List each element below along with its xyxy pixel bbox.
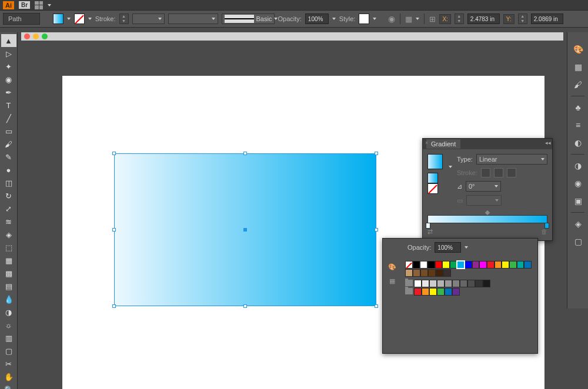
style-swatch[interactable] <box>359 14 369 24</box>
stroke-gradient-along-icon[interactable] <box>494 168 503 177</box>
fill-swatch[interactable] <box>53 14 64 24</box>
close-icon[interactable]: × <box>425 140 428 146</box>
color-swatch[interactable] <box>445 280 452 287</box>
stroke-icon[interactable]: ≡ <box>567 116 588 134</box>
color-swatch[interactable] <box>413 269 420 277</box>
angle-dropdown[interactable]: 0° <box>466 181 501 192</box>
graph-tool[interactable]: ▥ <box>1 331 16 344</box>
hand-tool[interactable]: ✋ <box>1 370 16 383</box>
stroke-gradient-across-icon[interactable] <box>507 168 516 177</box>
color-swatch[interactable] <box>437 280 445 287</box>
free-transform-tool[interactable]: ◈ <box>1 228 16 241</box>
none-swatch[interactable] <box>405 261 413 269</box>
opacity-input[interactable] <box>305 14 329 24</box>
color-swatch[interactable] <box>517 261 524 269</box>
layers-icon[interactable]: ◈ <box>567 215 588 233</box>
color-swatch[interactable] <box>414 288 422 296</box>
folder-icon[interactable] <box>405 288 413 294</box>
stroke-weight-dropdown[interactable] <box>132 14 165 24</box>
gradient-tool[interactable]: ▤ <box>1 280 16 293</box>
minimize-window-icon[interactable] <box>33 33 39 39</box>
stroke-profile-dropdown[interactable] <box>168 14 218 24</box>
resize-handle[interactable] <box>375 152 378 155</box>
color-swatch[interactable] <box>479 261 487 269</box>
stroke-swatch[interactable] <box>74 14 85 24</box>
gradient-fill-toggle[interactable] <box>427 173 438 183</box>
color-swatch[interactable] <box>450 261 457 269</box>
color-swatch[interactable] <box>436 269 443 277</box>
gradient-preview[interactable] <box>427 154 443 169</box>
color-swatch[interactable] <box>460 280 467 287</box>
lasso-tool[interactable]: ◉ <box>1 73 16 86</box>
chevron-down-icon[interactable] <box>67 18 71 20</box>
color-swatch[interactable] <box>442 261 450 269</box>
zoom-window-icon[interactable] <box>42 33 48 39</box>
graphic-styles-icon[interactable]: ▣ <box>567 192 588 210</box>
color-swatch[interactable] <box>465 261 472 269</box>
color-swatch[interactable] <box>420 261 427 269</box>
color-swatch[interactable] <box>429 288 437 296</box>
color-swatch[interactable] <box>457 261 465 269</box>
rectangle-tool[interactable]: ▭ <box>1 125 16 138</box>
appearance-icon[interactable]: ◉ <box>567 175 588 192</box>
resize-handle[interactable] <box>112 152 116 155</box>
color-swatch[interactable] <box>428 269 436 277</box>
chevron-down-icon[interactable] <box>449 166 452 168</box>
transform-icon[interactable]: ⊞ <box>429 15 436 24</box>
folder-icon[interactable] <box>405 280 413 286</box>
pencil-tool[interactable]: ✎ <box>1 150 16 163</box>
gradient-type-dropdown[interactable]: Linear <box>476 154 547 165</box>
chevron-down-icon[interactable] <box>332 18 336 20</box>
swatch-grid-icon[interactable]: ▦ <box>386 275 398 287</box>
symbols-icon[interactable]: ♣ <box>567 99 588 116</box>
resize-handle[interactable] <box>243 152 247 155</box>
bridge-badge[interactable]: Br <box>19 1 30 9</box>
color-swatch[interactable] <box>483 280 490 287</box>
blob-tool[interactable]: ● <box>1 163 16 176</box>
width-tool[interactable]: ≋ <box>1 215 16 228</box>
recolor-icon[interactable]: ◉ <box>388 14 395 24</box>
color-swatch[interactable] <box>427 261 435 269</box>
brushes-icon[interactable]: 🖌 <box>567 76 588 93</box>
transparency-icon[interactable]: ◑ <box>567 157 588 175</box>
slice-tool[interactable]: ✂ <box>1 357 16 370</box>
color-swatch[interactable] <box>435 261 443 269</box>
gradient-midpoint[interactable] <box>485 210 490 215</box>
mesh-tool[interactable]: ▩ <box>1 267 16 280</box>
stroke-gradient-within-icon[interactable] <box>481 168 490 177</box>
color-swatch[interactable] <box>445 288 452 296</box>
color-swatch[interactable] <box>495 261 502 269</box>
delete-stop-icon[interactable]: 🗑 <box>541 228 547 236</box>
close-window-icon[interactable] <box>24 33 30 39</box>
align-icon[interactable]: ▦ <box>405 15 412 24</box>
color-icon[interactable]: 🎨 <box>567 41 588 58</box>
registration-swatch[interactable] <box>413 261 420 269</box>
resize-handle[interactable] <box>375 304 378 308</box>
color-swatch[interactable] <box>437 288 445 296</box>
artboard-tool[interactable]: ▢ <box>1 344 16 357</box>
color-swatch[interactable] <box>429 280 437 287</box>
color-swatch[interactable] <box>422 288 429 296</box>
panel-menu-icon[interactable]: ◂◂ <box>545 140 551 146</box>
resize-handle[interactable] <box>112 304 116 308</box>
color-swatch[interactable] <box>443 269 451 277</box>
reverse-gradient-icon[interactable]: ⇄ <box>427 228 433 236</box>
direct-selection-tool[interactable]: ▷ <box>1 47 16 60</box>
gradient-tab[interactable]: Gradient <box>426 139 460 149</box>
chevron-down-icon[interactable] <box>465 246 468 249</box>
brush-dropdown[interactable]: Basic <box>222 14 275 24</box>
shape-builder-tool[interactable]: ⬚ <box>1 241 16 254</box>
x-input[interactable] <box>467 14 500 24</box>
line-tool[interactable]: ╱ <box>1 112 16 125</box>
type-tool[interactable]: T <box>1 99 16 112</box>
gradient-stop[interactable] <box>426 223 430 229</box>
color-swatch[interactable] <box>452 280 460 287</box>
magic-wand-tool[interactable]: ✦ <box>1 60 16 73</box>
color-swatch[interactable] <box>422 280 429 287</box>
gradient-slider[interactable] <box>427 215 547 223</box>
chevron-down-icon[interactable] <box>416 18 419 20</box>
color-swatch[interactable] <box>524 261 532 269</box>
gradient-stroke-toggle[interactable] <box>427 183 438 194</box>
chevron-down-icon[interactable] <box>48 4 51 6</box>
color-swatch[interactable] <box>420 269 428 277</box>
